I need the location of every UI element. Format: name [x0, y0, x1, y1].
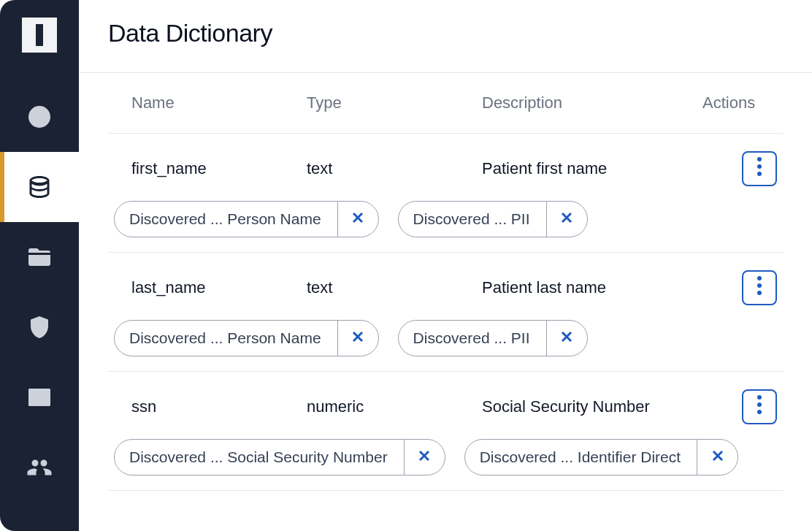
field-type: numeric [307, 397, 482, 416]
main-content: Data Dictionary Name Type Description Ac… [79, 0, 812, 531]
field-name: first_name [131, 159, 307, 178]
tag-remove-button[interactable] [697, 440, 738, 475]
close-icon [417, 448, 432, 467]
tag-label: Discovered ... PII [399, 329, 546, 347]
plus-circle-icon [25, 102, 54, 131]
sidebar-item-folder[interactable] [0, 222, 79, 292]
tag-label: Discovered ... Social Security Number [115, 448, 404, 466]
sidebar-item-people[interactable] [0, 432, 79, 503]
column-header-description: Description [482, 93, 702, 112]
close-icon [351, 210, 365, 229]
svg-point-0 [757, 157, 762, 161]
field-type: text [307, 278, 482, 297]
tag-remove-button[interactable] [337, 321, 378, 356]
table-row: last_name text Patient last name Discove… [108, 253, 783, 372]
svg-point-7 [757, 402, 762, 407]
table-row: first_name text Patient first name Disco… [108, 134, 783, 253]
svg-point-5 [757, 291, 762, 295]
shield-icon [25, 313, 54, 342]
tag-remove-button[interactable] [404, 440, 445, 475]
people-icon [25, 453, 54, 482]
table-row: ssn numeric Social Security Number Disco… [108, 372, 783, 491]
sidebar-item-shield[interactable] [0, 292, 79, 362]
folder-icon [25, 242, 54, 272]
close-icon [710, 448, 725, 467]
svg-point-8 [757, 410, 762, 414]
tag-label: Discovered ... PII [399, 210, 546, 228]
tag-label: Discovered ... Identifier Direct [465, 448, 697, 466]
column-header-name: Name [131, 93, 307, 112]
more-vertical-icon [757, 276, 762, 299]
field-type: text [307, 159, 482, 178]
app-logo[interactable] [22, 18, 57, 53]
page-header: Data Dictionary [79, 0, 812, 72]
field-description: Patient last name [482, 278, 702, 297]
sidebar-item-add[interactable] [0, 82, 79, 152]
classification-tag: Discovered ... Identifier Direct [464, 439, 738, 475]
tag-label: Discovered ... Person Name [115, 329, 337, 347]
svg-point-1 [757, 164, 762, 169]
row-actions-button[interactable] [742, 270, 777, 305]
close-icon [559, 210, 574, 229]
field-name: ssn [131, 397, 307, 416]
classification-tag: Discovered ... Person Name [114, 201, 379, 237]
terminal-icon [25, 383, 54, 412]
close-icon [351, 329, 365, 348]
more-vertical-icon [757, 157, 762, 180]
svg-point-3 [757, 276, 762, 280]
field-description: Patient first name [482, 159, 702, 178]
database-icon [25, 172, 54, 202]
data-dictionary-table: Name Type Description Actions first_name… [79, 73, 812, 491]
svg-point-2 [757, 172, 762, 176]
app-logo-mark [36, 24, 43, 46]
more-vertical-icon [757, 395, 762, 419]
classification-tag: Discovered ... PII [398, 320, 588, 356]
table-header-row: Name Type Description Actions [108, 73, 783, 134]
tag-remove-button[interactable] [546, 202, 587, 237]
classification-tag: Discovered ... Social Security Number [114, 439, 445, 475]
close-icon [559, 329, 574, 348]
classification-tag: Discovered ... Person Name [114, 320, 379, 356]
tag-remove-button[interactable] [337, 202, 378, 237]
tag-label: Discovered ... Person Name [115, 210, 337, 228]
sidebar-item-database[interactable] [0, 152, 79, 222]
column-header-actions: Actions [702, 93, 783, 112]
svg-point-6 [757, 395, 762, 400]
app-window: Data Dictionary Name Type Description Ac… [0, 0, 812, 531]
svg-point-4 [757, 283, 762, 288]
field-description: Social Security Number [482, 397, 702, 416]
row-actions-button[interactable] [742, 389, 777, 424]
tag-remove-button[interactable] [546, 321, 587, 356]
page-title: Data Dictionary [108, 19, 783, 47]
field-name: last_name [131, 278, 307, 297]
sidebar [0, 0, 79, 531]
sidebar-item-terminal[interactable] [0, 362, 79, 432]
classification-tag: Discovered ... PII [398, 201, 588, 237]
row-actions-button[interactable] [742, 151, 777, 186]
column-header-type: Type [307, 93, 482, 112]
